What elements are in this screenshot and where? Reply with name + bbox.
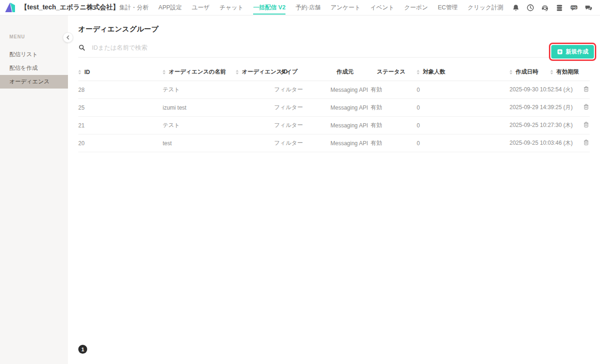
sidebar: MENU 配信リスト 配信を作成 オーディエンス [0, 15, 68, 364]
cell-source: Messaging API [330, 117, 371, 134]
nav-item[interactable]: EC管理 [438, 1, 458, 15]
nav-item[interactable]: クリック計測 [467, 1, 503, 15]
cell-source: Messaging API [330, 81, 371, 99]
main-nav: 集計・分析 APP設定 ユーザ チャット 一括配信 V2 予約·店舗 アンケート… [120, 1, 503, 15]
topbar: 【test_tech_エボラニ株式会社】 集計・分析 APP設定 ユーザ チャッ… [0, 0, 600, 15]
sidebar-item[interactable]: 配信リスト [0, 48, 68, 61]
nav-item[interactable]: APP設定 [158, 1, 182, 15]
support-icon[interactable] [541, 3, 549, 12]
search-icon [78, 44, 85, 51]
column-header[interactable]: オーディエンスの名前 [163, 65, 236, 81]
column-header[interactable] [570, 65, 590, 81]
cell-count: 0 [417, 81, 510, 99]
table-row: 28 テスト フィルター Messaging API 有効 0 2025-09-… [78, 81, 590, 99]
column-header[interactable]: ID [78, 65, 163, 81]
audience-table: ID オーディエンスの名前 オーディエンスID [78, 65, 590, 152]
column-header[interactable]: 対象人数 [417, 65, 510, 81]
nav-item[interactable]: 一括配信 V2 [253, 1, 285, 15]
cell-type: フィルター [274, 99, 330, 117]
cell-source: Messaging API [330, 99, 371, 117]
cell-id: 20 [78, 134, 163, 152]
plus-icon [557, 49, 563, 55]
nav-item[interactable]: クーポン [404, 1, 428, 15]
delete-button[interactable] [583, 85, 590, 94]
cell-id: 21 [78, 117, 163, 134]
nav-item[interactable]: 予約·店舗 [295, 1, 321, 15]
nav-item[interactable]: イベント [370, 1, 394, 15]
column-header[interactable]: 有効期限 [550, 65, 570, 81]
sort-icon[interactable] [417, 70, 420, 74]
sidebar-items: 配信リスト 配信を作成 オーディエンス [0, 48, 68, 89]
sort-icon[interactable] [236, 70, 239, 74]
cell-type: フィルター [274, 81, 330, 99]
bell-icon[interactable] [512, 3, 520, 12]
cell-source: Messaging API [330, 134, 371, 152]
faq-icon[interactable]: FAQ [570, 3, 578, 12]
table-row: 25 izumi test フィルター Messaging API 有効 0 2… [78, 99, 590, 117]
table-body: 28 テスト フィルター Messaging API 有効 0 2025-09-… [78, 81, 590, 152]
table-header-row: ID オーディエンスの名前 オーディエンスID [78, 65, 590, 81]
column-header[interactable]: オーディエンスID [236, 65, 274, 81]
column-header[interactable]: 作成日時 [510, 65, 550, 81]
cell-created: 2025-09-25 10:03:46 (木) [510, 134, 550, 152]
nav-item[interactable]: ユーザ [192, 1, 210, 15]
nav-item[interactable]: 集計・分析 [120, 1, 149, 15]
cell-name: テスト [163, 117, 236, 134]
cell-status: 有効 [371, 134, 417, 152]
cell-status: 有効 [371, 81, 417, 99]
page-title: オーディエンスグループ [78, 25, 590, 34]
cell-status: 有効 [371, 117, 417, 134]
cell-id: 28 [78, 81, 163, 99]
search-input[interactable] [92, 44, 590, 51]
trash-icon [583, 85, 590, 93]
cell-count: 0 [417, 99, 510, 117]
sort-icon[interactable] [550, 70, 553, 74]
cell-count: 0 [417, 134, 510, 152]
topbar-icons: FAQ Riku [512, 2, 600, 13]
trash-icon [583, 121, 590, 128]
cell-type: フィルター [274, 117, 330, 134]
cell-audience-id [236, 134, 274, 152]
svg-text:FAQ: FAQ [571, 6, 577, 9]
create-new-label: 新規作成 [566, 48, 588, 56]
sidebar-menu-label: MENU [9, 34, 68, 39]
page-button-1[interactable]: 1 [78, 345, 87, 354]
column-header[interactable]: ステータス [371, 65, 417, 81]
column-header[interactable]: 作成元 [330, 65, 371, 81]
delete-button[interactable] [583, 103, 590, 112]
trash-icon [583, 139, 590, 146]
main-content: オーディエンスグループ 新規作成 [68, 15, 600, 364]
sort-icon[interactable] [78, 70, 81, 74]
nav-item[interactable]: アンケート [330, 1, 360, 15]
clock-icon[interactable] [526, 3, 535, 12]
cell-name: test [163, 134, 236, 152]
cell-name: テスト [163, 81, 236, 99]
sidebar-item[interactable]: 配信を作成 [0, 61, 68, 75]
cell-count: 0 [417, 117, 510, 134]
trash-icon [583, 103, 590, 111]
search-bar [78, 44, 590, 58]
cell-created: 2025-09-25 10:27:30 (木) [510, 117, 550, 134]
company-name: 【test_tech_エボラニ株式会社】 [21, 3, 120, 12]
database-icon[interactable] [555, 3, 564, 12]
sort-icon[interactable] [163, 70, 165, 74]
chat-icon[interactable] [585, 3, 593, 12]
app-logo-icon[interactable] [4, 1, 16, 14]
cell-type: フィルター [274, 134, 330, 152]
column-header[interactable]: タイプ [274, 65, 330, 81]
sidebar-collapse-button[interactable] [63, 32, 73, 43]
delete-button[interactable] [583, 139, 590, 148]
cell-audience-id [236, 99, 274, 117]
cell-created: 2025-09-30 10:52:54 (火) [510, 81, 550, 99]
nav-item[interactable]: チャット [219, 1, 243, 15]
cell-audience-id [236, 81, 274, 99]
sort-icon[interactable] [510, 70, 512, 74]
sidebar-item[interactable]: オーディエンス [0, 75, 68, 89]
cell-id: 25 [78, 99, 163, 117]
cell-status: 有効 [371, 99, 417, 117]
table-row: 21 テスト フィルター Messaging API 有効 0 2025-09-… [78, 117, 590, 134]
cell-created: 2025-09-29 14:39:25 (月) [510, 99, 550, 117]
delete-button[interactable] [583, 121, 590, 130]
create-new-button[interactable]: 新規作成 [551, 45, 594, 59]
table-row: 20 test フィルター Messaging API 有効 0 2025-09… [78, 134, 590, 152]
